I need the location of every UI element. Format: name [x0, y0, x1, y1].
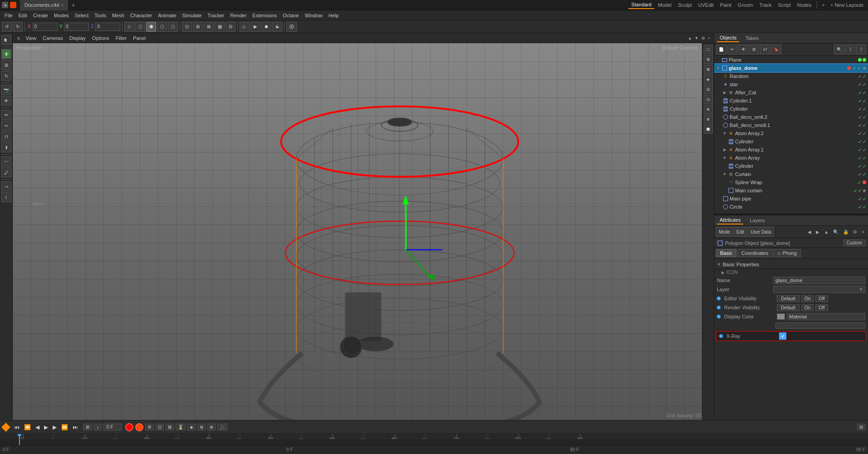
list-item[interactable]: ▼ ⊞ Curtain ✓ ✓	[714, 170, 868, 178]
attr-new-btn[interactable]: +	[860, 229, 866, 235]
redo-btn[interactable]: ↻	[13, 22, 23, 32]
layout-model[interactable]: Model	[655, 1, 674, 9]
bridge-tool-btn[interactable]: ⊓	[1, 132, 11, 142]
menu-tracker[interactable]: Tracker	[205, 12, 227, 19]
list-item[interactable]: Cylinder ✓ ✓	[714, 162, 868, 170]
timeline-playhead[interactable]	[19, 434, 20, 445]
list-item[interactable]: ▼ glass_dome ✓ ✓ ◉	[714, 64, 868, 72]
view-tool-btn[interactable]: 👁	[1, 96, 11, 106]
timeline-autokey-btn[interactable]	[135, 423, 143, 431]
tab-attributes[interactable]: Attributes	[717, 216, 743, 225]
magnet-tool-btn[interactable]: ⊸	[1, 181, 11, 191]
tl-btn-3[interactable]: ⌛	[176, 424, 186, 430]
objects-edit-btn[interactable]: ✏	[727, 44, 737, 54]
list-item[interactable]: ▶ ⊛ Atom Array.1 ✓ ✓	[714, 146, 868, 154]
xray-checkbox[interactable]: ✓	[779, 332, 786, 340]
layout-track[interactable]: Track	[756, 1, 774, 9]
paint-tool-btn[interactable]: ✏	[1, 110, 11, 120]
basic-properties-header[interactable]: ▼ Basic Properties	[714, 260, 868, 269]
view-menu-view[interactable]: View	[23, 34, 39, 42]
coord-x-input[interactable]: 0	[33, 23, 58, 31]
menu-character[interactable]: Character	[128, 12, 155, 19]
viewport-icon-2[interactable]: ⊞	[704, 55, 713, 64]
pen-tool-btn[interactable]: 🖊	[1, 167, 11, 177]
coord-z-input[interactable]: 0	[95, 23, 120, 31]
menu-select[interactable]: Select	[72, 12, 92, 19]
tl-btn-4[interactable]: ◈	[187, 424, 196, 430]
move-tool-btn[interactable]	[1, 49, 11, 59]
point-mode-btn[interactable]: ⬡	[168, 22, 178, 32]
layout-uvedit[interactable]: UVEdit	[696, 1, 716, 9]
viewport-icon-4[interactable]: ◈	[704, 75, 713, 84]
tab-objects[interactable]: Objects	[717, 34, 739, 42]
timeline-record-btn[interactable]	[125, 423, 133, 431]
camera-tool-btn[interactable]: 📷	[1, 85, 11, 95]
menu-help[interactable]: Help	[326, 12, 342, 19]
layout-add-btn[interactable]: +	[820, 1, 826, 9]
custom-btn[interactable]: Custom	[843, 239, 865, 246]
new-layouts-btn[interactable]: + New Layouts	[828, 1, 866, 9]
attr-editorvis-off-btn[interactable]: Off	[815, 295, 828, 302]
spline-tool-btn[interactable]: 〰	[1, 156, 11, 166]
timeline-prev-btn[interactable]: ⏪	[23, 423, 32, 431]
viewport-icon-6[interactable]: ◎	[704, 95, 713, 104]
menu-simulate[interactable]: Simulate	[180, 12, 205, 19]
attr-rendervis-default-btn[interactable]: Default	[777, 304, 799, 311]
layout-sculpt[interactable]: Sculpt	[675, 1, 695, 9]
list-item[interactable]: Main pipe ✓ ✓	[714, 195, 868, 203]
attr-lock-btn[interactable]: 🔒	[841, 229, 850, 235]
list-item[interactable]: Cylinder ✓ ✓	[714, 137, 868, 146]
layout-standard[interactable]: Standard	[628, 1, 654, 9]
rotate-tool-btn[interactable]: ↻	[1, 71, 11, 81]
render-settings-btn[interactable]	[286, 22, 297, 32]
menu-edit[interactable]: Edit	[16, 12, 30, 19]
list-item[interactable]: Cylinder.1 ✓ ✓	[714, 97, 868, 105]
doc-tab[interactable]: Documents.c4d ×	[20, 0, 69, 10]
objects-objects-btn[interactable]: ⊞	[749, 44, 759, 54]
timeline-play-btn[interactable]: ▶	[43, 423, 49, 431]
render-btn[interactable]: ▷	[240, 22, 250, 32]
attr-displaycolor-value[interactable]: Material	[787, 313, 865, 320]
layout-groom[interactable]: Groom	[735, 1, 756, 9]
view-menu-panel[interactable]: Panel	[130, 34, 148, 42]
attr-userdata-btn[interactable]: User Data	[748, 227, 774, 237]
new-tab-btn[interactable]: +	[69, 1, 78, 9]
menu-modes[interactable]: Modes	[51, 12, 72, 19]
sym-btn[interactable]: ⊠	[204, 22, 214, 32]
viewport-icon-1[interactable]: ⬡	[704, 45, 713, 54]
viewport-icon-3[interactable]: ⊠	[704, 65, 713, 74]
render4-btn[interactable]: ☯	[272, 22, 282, 32]
attr-forward-btn[interactable]: ▶	[814, 229, 821, 235]
layout-script[interactable]: Script	[775, 1, 794, 9]
timeline-next-frame-btn[interactable]: ▶	[51, 423, 58, 431]
snap2-btn[interactable]: ⊞	[193, 22, 203, 32]
layout-nodes[interactable]: Nodes	[794, 1, 814, 9]
tl-btn-5[interactable]: ⊕	[197, 424, 206, 430]
extrude-tool-btn[interactable]: ⬆	[1, 142, 11, 152]
menu-window[interactable]: Window	[302, 12, 325, 19]
timeline-frame-input[interactable]: 0 F	[103, 424, 122, 430]
view-menu-display[interactable]: Display	[67, 34, 88, 42]
polygon-mode-btn[interactable]: ⬟	[146, 22, 156, 32]
timeline-mode-2[interactable]: ♪	[94, 424, 102, 430]
app-back-btn[interactable]: ◂	[2, 2, 8, 8]
grid-btn[interactable]: ▦	[215, 22, 225, 32]
menu-octane[interactable]: Octane	[280, 12, 301, 19]
tl-btn-6[interactable]: ⊗	[207, 424, 216, 430]
menu-render[interactable]: Render	[227, 12, 249, 19]
list-item[interactable]: ▼ ⊛ Atom Array ✓ ✓	[714, 154, 868, 162]
attr-search-btn[interactable]: 🔍	[831, 229, 840, 235]
tl-btn-1[interactable]: ⊡	[156, 424, 164, 430]
attr-tab-basic[interactable]: Basic	[716, 249, 736, 257]
menu-file[interactable]: File	[2, 12, 15, 19]
attr-rendervis-on-btn[interactable]: On	[801, 304, 814, 311]
tab-layers[interactable]: Layers	[747, 217, 767, 224]
attr-edit-btn[interactable]: Edit	[734, 227, 747, 237]
view-menu-options[interactable]: Options	[89, 34, 112, 42]
tl-btn-2[interactable]: ⊠	[166, 424, 174, 430]
list-item[interactable]: Ball_deco_smll.2 ✓ ✓	[714, 113, 868, 121]
attr-name-value[interactable]: glass_dome	[773, 277, 865, 284]
objects-expand-btn[interactable]: ⤴	[856, 44, 866, 54]
objects-search-btn[interactable]: 🔍	[834, 44, 844, 54]
view-arrow-down[interactable]: ▼	[694, 35, 700, 41]
